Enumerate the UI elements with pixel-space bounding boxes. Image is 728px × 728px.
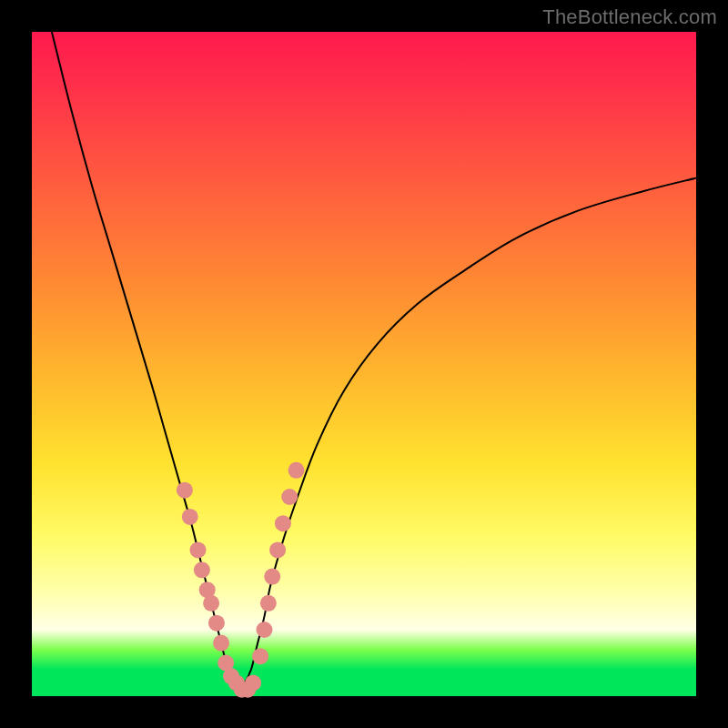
- highlight-dot: [213, 635, 229, 652]
- highlight-dot: [260, 595, 277, 612]
- outer-frame: TheBottleneck.com: [0, 0, 728, 728]
- highlight-dot: [264, 569, 280, 585]
- chart-svg: [32, 32, 696, 696]
- highlight-dot: [288, 462, 305, 479]
- highlight-dot: [208, 615, 225, 632]
- highlight-dot: [194, 561, 210, 578]
- highlight-dot: [281, 489, 298, 505]
- plot-area: [32, 32, 696, 696]
- bottleneck-curve: [52, 32, 696, 690]
- highlight-dot: [203, 595, 219, 612]
- watermark-text: TheBottleneck.com: [542, 5, 717, 29]
- highlight-dot: [275, 515, 291, 531]
- highlight-dot: [252, 648, 268, 664]
- highlight-dot: [245, 674, 261, 691]
- highlight-dot: [182, 509, 198, 525]
- highlight-dot: [269, 541, 286, 558]
- highlight-dot: [257, 622, 273, 638]
- highlight-dot: [177, 482, 193, 499]
- highlight-dots: [177, 462, 305, 698]
- highlight-dot: [190, 541, 207, 558]
